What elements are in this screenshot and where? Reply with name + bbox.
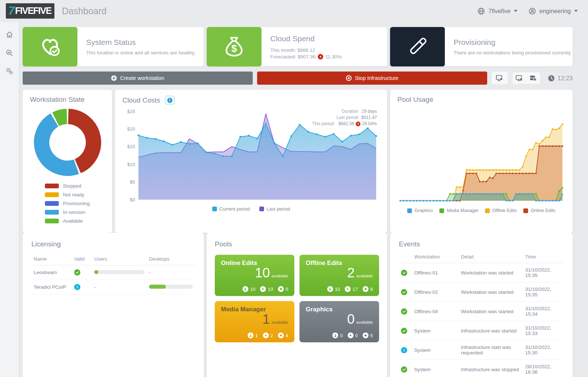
sidebar-item-home[interactable] (5, 31, 14, 39)
pool-usage-chart (397, 108, 565, 206)
heart-check-icon (36, 32, 64, 61)
users-icon (327, 286, 333, 292)
infrastructure-schedule-button[interactable] (526, 72, 540, 84)
charts-row: Workstation State StoppedNot readyProvis… (23, 90, 573, 228)
users-icon (243, 286, 248, 292)
stopped-icon (363, 332, 369, 338)
top-bar: 7 FIVEFIVE Dashboard 7fivefive engineeri… (0, 0, 588, 22)
gears-icon (5, 67, 14, 75)
pool-counts: 15 17 8 (306, 286, 373, 292)
event-row: System Infrastructure was started 31/10/… (399, 321, 564, 341)
running-icon (345, 286, 351, 292)
desktops-progress-bar (149, 285, 193, 289)
license-name: Teradici PCoIP (31, 280, 72, 295)
cloud-spend-card: $ Cloud Spend This month: $866.12 Foreca… (207, 27, 387, 66)
system-status-icon-block (23, 27, 77, 66)
pool-usage-legend: GraphicsMedia ManagerOffline EditsOnline… (397, 208, 565, 213)
events-column-header (399, 250, 412, 263)
workstation-schedule-button[interactable] (512, 72, 526, 84)
licensing-table: NameValidUsersDesktops Leostream -Teradi… (31, 252, 195, 295)
this-period-delta: 29.54% (362, 121, 377, 126)
events-table: WorkstationDetailTime Offlines-01 Workst… (399, 250, 564, 377)
org-menu[interactable]: 7fivefive (477, 7, 518, 15)
create-workstation-button[interactable]: Create workstation (23, 72, 253, 85)
workstation-state-panel: Workstation State StoppedNot readyProvis… (23, 90, 112, 233)
legend-item: Stopped (45, 183, 90, 189)
sidebar-item-analytics-search[interactable] (5, 49, 14, 57)
pool-available: 0 available (306, 312, 373, 326)
pool-name: Graphics (306, 306, 373, 313)
event-workstation: Offlines-02 (412, 282, 459, 302)
user-icon (528, 7, 536, 15)
stopped-icon (363, 286, 369, 292)
event-row: System Infrastructure was stopped 28/10/… (399, 360, 564, 377)
event-workstation: System (412, 360, 459, 377)
pool-available: 2 available (306, 266, 373, 280)
pool-counts: 0 0 5 (306, 332, 373, 338)
event-workstation: System (412, 321, 459, 341)
provisioning-icon-block (390, 27, 445, 66)
legend-item: Offline Edits (485, 208, 517, 213)
increase-arrow-icon (318, 54, 323, 59)
money-bag-icon: $ (219, 32, 249, 61)
schedule-button-group (512, 72, 541, 84)
pool-available: 1 available (221, 312, 288, 326)
event-success-icon (401, 366, 407, 373)
event-workstation: System (412, 341, 459, 360)
pool-tile-offline-edits[interactable]: Offline Edits 2 available 15 17 8 (299, 255, 379, 296)
licensing-title: Licensing (31, 240, 195, 248)
event-success-icon (401, 328, 407, 334)
license-name: Leostream (31, 265, 72, 280)
users-icon (332, 332, 338, 338)
cloud-spend-delta: 11.30% (325, 54, 342, 59)
current-time-value: 12:23 (558, 75, 573, 82)
increase-arrow-icon (356, 122, 360, 126)
legend-item: Not ready (45, 192, 90, 197)
event-detail: Workstation was started (459, 263, 523, 282)
cloud-spend-icon-block: $ (207, 27, 261, 66)
globe-icon (477, 7, 485, 15)
sidebar (0, 22, 19, 377)
home-icon (5, 31, 14, 39)
svg-text:$25: $25 (127, 109, 135, 114)
event-success-icon (401, 270, 407, 276)
event-detail: Infrastructure was stopped (459, 360, 523, 377)
workstation-console-button[interactable] (492, 72, 508, 84)
valid-check-icon (74, 269, 80, 276)
top-right-menus: 7fivefive engineering (477, 7, 578, 15)
event-time: 31/10/2022, 15:33 (523, 321, 564, 341)
pool-name: Media Manager (221, 306, 288, 313)
svg-text:$0: $0 (130, 197, 135, 203)
pool-tile-graphics[interactable]: Graphics 0 available 0 0 5 (299, 301, 379, 342)
user-menu-label: engineering (539, 8, 571, 15)
chevron-down-icon (574, 10, 578, 12)
cloud-costs-info-button[interactable]: i (165, 96, 175, 105)
pools-panel: Pools Online Edits 10 available 10 10 0 … (207, 233, 387, 377)
clock-icon (548, 75, 555, 82)
event-row: Offlines-02 Workstation was started 31/1… (399, 282, 564, 302)
user-menu[interactable]: engineering (528, 7, 578, 15)
server-clock-icon (529, 74, 537, 82)
pool-tile-media-manager[interactable]: Media Manager 1 available 1 2 4 (215, 301, 294, 342)
stop-infrastructure-button[interactable]: Stop Infrastructure (257, 72, 487, 85)
chevron-down-icon (514, 10, 518, 12)
info-icon: i (167, 98, 172, 103)
status-cards-row: System Status This location is online an… (23, 27, 573, 66)
event-row: System Infrastructure start was requeste… (399, 341, 564, 360)
system-status-title: System Status (86, 38, 195, 47)
event-info-icon (401, 347, 407, 353)
provisioning-card: Provisioning There are no workstations b… (390, 27, 573, 66)
sidebar-item-settings[interactable] (5, 67, 14, 75)
pool-tile-online-edits[interactable]: Online Edits 10 available 10 10 0 (215, 255, 294, 296)
cloud-spend-this-month: This month: $866.12 (270, 47, 342, 53)
pools-title: Pools (215, 240, 379, 248)
cloud-costs-legend: Current periodLast period (122, 206, 380, 212)
cloud-spend-forecast: Forecasted: $907.36 11.30% (270, 54, 342, 59)
event-success-icon (401, 289, 407, 295)
licensing-column-header: Valid (72, 252, 92, 265)
licensing-column-header: Name (31, 252, 72, 265)
workstation-state-legend: StoppedNot readyProvisioningIn-sessionAv… (45, 183, 90, 224)
running-icon (260, 286, 266, 292)
pool-usage-title: Pool Usage (397, 96, 565, 104)
svg-text:$20: $20 (127, 126, 135, 132)
